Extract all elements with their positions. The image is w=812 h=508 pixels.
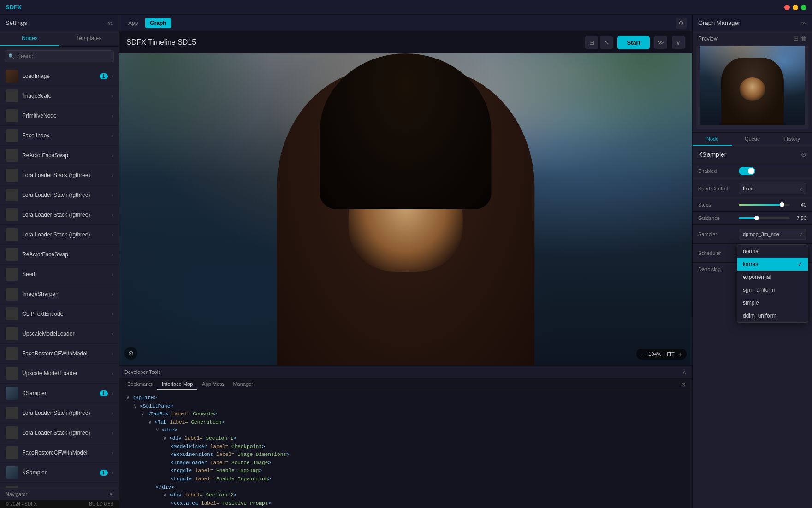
list-item[interactable]: Face Index › (0, 126, 119, 146)
nodes-list: LoadImage 1 › ImageScale › PrimitiveNode… (0, 66, 119, 488)
node-settings-button[interactable]: ⊙ (801, 151, 806, 158)
list-item[interactable]: CLIPTextEncode › (0, 304, 119, 324)
dropdown-option-simple[interactable]: simple (737, 296, 808, 309)
list-item[interactable]: FaceRestoreCFWithModel › (0, 443, 119, 463)
expand-button[interactable]: ≫ (654, 36, 667, 49)
navigator-section: Navigator ∧ (0, 488, 119, 500)
list-item[interactable]: ReActorFaceSwap › (0, 483, 119, 488)
tab-bookmarks[interactable]: Bookmarks (123, 379, 157, 390)
guidance-slider-knob[interactable] (754, 216, 759, 220)
avatar-placeholder (6, 307, 18, 320)
app-nav-button[interactable]: App (124, 18, 142, 28)
zoom-out-button[interactable]: − (641, 350, 645, 358)
search-input[interactable] (5, 50, 114, 62)
list-item[interactable]: ImageScale › (0, 86, 119, 106)
canvas-viewport[interactable]: ⊙ − 104% FIT + (119, 53, 692, 365)
xml-line: <toggle label= Enable Img2Img> (126, 467, 685, 475)
tab-app-meta[interactable]: App Meta (197, 379, 228, 390)
list-item[interactable]: Lora Loader Stack (rgthree) › (0, 165, 119, 185)
maximize-window-button[interactable] (801, 5, 806, 10)
xml-line: <ModelPicker label= Checkpoint> (126, 443, 685, 451)
tab-manager[interactable]: Manager (228, 379, 257, 390)
toggle-knob (748, 168, 754, 174)
devtools-settings-button[interactable]: ⚙ (678, 379, 688, 390)
dropdown-option-exponential[interactable]: exponential (737, 271, 808, 284)
panel-expand-button[interactable]: ≫ (800, 20, 806, 26)
graph-nav-button[interactable]: Graph (145, 18, 171, 28)
dropdown-option-karras[interactable]: karras ✓ (737, 258, 808, 271)
more-options-button[interactable]: ∨ (672, 36, 685, 49)
close-window-button[interactable] (784, 5, 790, 10)
select-tool-button[interactable]: ↖ (600, 36, 613, 49)
tab-queue[interactable]: Queue (732, 133, 772, 146)
preview-image (696, 46, 808, 129)
minimize-window-button[interactable] (793, 5, 798, 10)
list-item[interactable]: Lora Loader Stack (rgthree) › (0, 403, 119, 423)
preview-expand-button[interactable]: ⊞ (794, 35, 799, 42)
canvas-toolbar-actions: ⊞ ↖ (585, 36, 613, 49)
list-item[interactable]: KSampler 1 › (0, 463, 119, 483)
dropdown-option-ddim-uniform[interactable]: ddim_uniform (737, 309, 808, 322)
chevron-right-icon: › (112, 312, 113, 317)
avatar-placeholder (6, 407, 18, 419)
chevron-right-icon: › (112, 272, 113, 277)
zoom-fit-button[interactable]: FIT (665, 351, 676, 357)
prop-denoising-label: Denoising (698, 266, 735, 272)
sidebar-collapse-button[interactable]: ≪ (106, 19, 113, 27)
navigator-collapse-button[interactable]: ∧ (109, 491, 113, 497)
devtools-content: ∨ <SplitH> ∨ <SplitPane> ∨ <TabBox label… (119, 390, 692, 508)
avatar-placeholder (6, 268, 18, 281)
start-button[interactable]: Start (617, 36, 650, 49)
devtools-close-button[interactable]: ∧ (682, 368, 687, 376)
list-item[interactable]: UpscaleModelLoader › (0, 324, 119, 344)
list-item[interactable]: Lora Loader Stack (rgthree) › (0, 185, 119, 205)
steps-slider[interactable] (739, 204, 790, 206)
node-badge: 1 (100, 73, 108, 79)
steps-slider-knob[interactable] (780, 202, 784, 207)
list-item[interactable]: ImageSharpen › (0, 284, 119, 304)
list-item[interactable]: ReActorFaceSwap › (0, 146, 119, 165)
dropdown-option-normal[interactable]: normal (737, 245, 808, 258)
move-tool-button[interactable]: ⊞ (585, 36, 598, 49)
enabled-toggle[interactable] (739, 167, 755, 175)
footer-bar: © 2024 - SDFX BUILD 0.83 (0, 500, 119, 508)
navigator-title: Navigator (6, 491, 27, 497)
sampler-select[interactable]: dpmpp_3m_sde ∨ (739, 229, 806, 240)
list-item[interactable]: Lora Loader Stack (rgthree) › (0, 423, 119, 443)
preview-trash-button[interactable]: 🗑 (800, 35, 806, 42)
list-item[interactable]: Seed › (0, 265, 119, 284)
xml-line: ∨ <Tab label= Generation> (126, 419, 685, 427)
avatar-placeholder (6, 228, 18, 241)
select-arrow-icon: ∨ (799, 232, 802, 237)
guidance-slider[interactable] (739, 217, 790, 219)
node-label: Lora Loader Stack (rgthree) (22, 172, 108, 178)
devtools-header: Developer Tools ∧ (119, 366, 692, 379)
steps-value-label: 40 (794, 202, 806, 207)
canvas-corner-button[interactable]: ⊙ (124, 347, 137, 360)
tab-nodes[interactable]: Nodes (0, 31, 59, 46)
list-item[interactable]: Upscale Model Loader › (0, 364, 119, 384)
xml-line: <toggle label= Enable Inpainting> (126, 475, 685, 484)
list-item[interactable]: PrimitiveNode › (0, 106, 119, 126)
prop-seed-value: fixed ∨ (739, 183, 806, 194)
tab-templates[interactable]: Templates (59, 31, 119, 46)
xml-line: ∨ <TabBox label= Console> (126, 410, 685, 419)
chevron-right-icon: › (112, 331, 113, 337)
avatar-placeholder (6, 149, 18, 162)
sidebar-title: Settings (6, 19, 27, 26)
tab-interface-map[interactable]: Interface Map (157, 379, 197, 390)
tab-history[interactable]: History (772, 133, 812, 146)
list-item[interactable]: Lora Loader Stack (rgthree) › (0, 225, 119, 245)
list-item[interactable]: FaceRestoreCFWithModel › (0, 344, 119, 364)
list-item[interactable]: LoadImage 1 › (0, 66, 119, 86)
tab-node[interactable]: Node (693, 133, 732, 146)
chevron-right-icon: › (112, 411, 113, 416)
list-item[interactable]: ReActorFaceSwap › (0, 245, 119, 265)
seed-control-select[interactable]: fixed ∨ (739, 183, 806, 194)
avatar-placeholder (6, 189, 18, 201)
zoom-in-button[interactable]: + (678, 350, 682, 358)
dropdown-option-sgm-uniform[interactable]: sgm_uniform (737, 284, 808, 296)
settings-icon[interactable]: ⚙ (676, 18, 687, 29)
list-item[interactable]: KSampler 1 › (0, 384, 119, 403)
list-item[interactable]: Lora Loader Stack (rgthree) › (0, 205, 119, 225)
